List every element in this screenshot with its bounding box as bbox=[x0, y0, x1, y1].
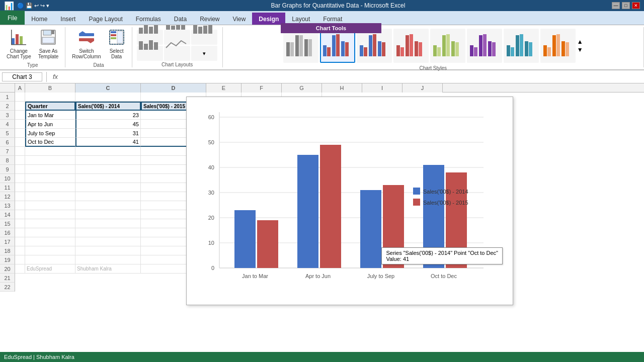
row-header-5[interactable]: 5 bbox=[0, 129, 15, 138]
tab-data[interactable]: Data bbox=[168, 13, 193, 25]
cell-c3[interactable]: 23 bbox=[75, 111, 141, 120]
svg-rect-17 bbox=[117, 31, 123, 43]
cell-a3[interactable] bbox=[15, 111, 25, 120]
svg-rect-16 bbox=[111, 37, 116, 39]
row-header-20[interactable]: 20 bbox=[0, 264, 15, 274]
chart-container[interactable]: 0 10 20 30 40 50 bbox=[186, 97, 513, 305]
row-header-3[interactable]: 3 bbox=[0, 111, 15, 120]
col-header-d[interactable]: D bbox=[141, 83, 206, 93]
row-header-16[interactable]: 16 bbox=[0, 228, 15, 237]
chart-style-5[interactable] bbox=[430, 29, 465, 63]
status-bar: EduSpread | Shubham Kalra bbox=[0, 352, 644, 362]
window-title: Bar Graphs for Quantitative Data - Micro… bbox=[64, 2, 612, 9]
row-header-10[interactable]: 10 bbox=[0, 174, 15, 183]
col-header-b[interactable]: B bbox=[25, 83, 75, 93]
col-header-a[interactable]: A bbox=[15, 83, 25, 93]
row-header-2[interactable]: 2 bbox=[0, 102, 15, 111]
tab-view[interactable]: View bbox=[226, 13, 253, 25]
chart-styles-scroll[interactable]: ▲ ▼ bbox=[577, 38, 583, 53]
cell-a5[interactable] bbox=[15, 129, 25, 138]
switch-row-column-label: SwitchRow/Column bbox=[72, 48, 101, 59]
tab-file[interactable]: File bbox=[0, 11, 25, 25]
cell-b1[interactable] bbox=[25, 93, 75, 102]
svg-rect-1 bbox=[16, 34, 19, 44]
tab-insert[interactable]: Insert bbox=[54, 13, 82, 25]
cell-c4[interactable]: 45 bbox=[75, 120, 141, 129]
row-header-9[interactable]: 9 bbox=[0, 165, 15, 174]
chart-layout-expand[interactable]: ▾ bbox=[191, 46, 217, 61]
tab-home[interactable]: Home bbox=[25, 13, 54, 25]
cell-a4[interactable] bbox=[15, 120, 25, 129]
minimize-btn[interactable]: — bbox=[612, 2, 620, 9]
bar-jul-2014[interactable] bbox=[360, 190, 381, 268]
chart-style-2[interactable] bbox=[320, 29, 355, 63]
legend-2014-swatch bbox=[413, 188, 420, 195]
tab-formulas[interactable]: Formulas bbox=[129, 13, 168, 25]
col-header-i[interactable]: I bbox=[362, 83, 403, 93]
bar-jan-2014[interactable] bbox=[234, 210, 256, 268]
row-header-22[interactable]: 22 bbox=[0, 283, 15, 292]
row-header-7[interactable]: 7 bbox=[0, 147, 15, 156]
col-header-g[interactable]: G bbox=[282, 83, 322, 93]
row-header-21[interactable]: 21 bbox=[0, 274, 15, 283]
svg-rect-42 bbox=[327, 47, 331, 56]
row-header-19[interactable]: 19 bbox=[0, 255, 15, 264]
close-btn[interactable]: ✕ bbox=[632, 2, 640, 9]
col-header-f[interactable]: F bbox=[242, 83, 282, 93]
chart-style-1[interactable] bbox=[283, 29, 318, 63]
spreadsheet: A B C D E F G H I J 1 2 3 4 5 6 7 8 9 10… bbox=[0, 83, 644, 350]
chart-style-6[interactable] bbox=[467, 29, 502, 63]
save-as-template-button[interactable]: Save AsTemplate bbox=[36, 27, 61, 61]
row-header-15[interactable]: 15 bbox=[0, 219, 15, 228]
svg-rect-60 bbox=[433, 45, 437, 56]
col-header-j[interactable]: J bbox=[403, 83, 443, 93]
row-header-4[interactable]: 4 bbox=[0, 120, 15, 129]
cell-b4[interactable]: Apr to Jun bbox=[25, 120, 75, 129]
svg-text:50: 50 bbox=[208, 139, 214, 145]
chart-style-8[interactable] bbox=[540, 29, 576, 63]
cell-c2[interactable]: Sales('00$) - 2014 bbox=[75, 102, 141, 111]
col-header-c[interactable]: C bbox=[75, 83, 141, 93]
chart-layout-4[interactable] bbox=[137, 46, 163, 61]
bar-jan-2015[interactable] bbox=[257, 220, 278, 268]
cell-b2[interactable]: Quarter bbox=[25, 102, 75, 111]
row-header-1[interactable]: 1 bbox=[0, 93, 15, 102]
row-header-14[interactable]: 14 bbox=[0, 210, 15, 219]
select-data-button[interactable]: SelectData bbox=[106, 27, 128, 61]
cell-b3[interactable]: Jan to Mar bbox=[25, 111, 75, 120]
bar-apr-2015[interactable] bbox=[320, 145, 341, 268]
formula-input[interactable] bbox=[62, 73, 642, 80]
chart-layout-3[interactable] bbox=[191, 30, 217, 45]
name-box[interactable]: Chart 3 bbox=[2, 72, 42, 81]
cell-a2[interactable] bbox=[15, 102, 25, 111]
chart-tooltip: Series "Sales('00$) - 2014" Point "Oct t… bbox=[381, 247, 503, 264]
bar-apr-2014[interactable] bbox=[297, 155, 318, 268]
fx-button[interactable]: fx bbox=[51, 73, 60, 80]
row-header-18[interactable]: 18 bbox=[0, 246, 15, 255]
row-header-8[interactable]: 8 bbox=[0, 156, 15, 165]
change-chart-type-button[interactable]: ChangeChart Type bbox=[4, 27, 34, 61]
chart-style-7[interactable] bbox=[504, 29, 539, 63]
row-header-12[interactable]: 12 bbox=[0, 192, 15, 201]
tab-page-layout[interactable]: Page Layout bbox=[82, 13, 129, 25]
cell-a1[interactable] bbox=[15, 93, 25, 102]
column-headers: A B C D E F G H I J bbox=[0, 83, 644, 93]
col-header-h[interactable]: H bbox=[322, 83, 362, 93]
chart-style-3[interactable]: 23 bbox=[357, 29, 392, 63]
cell-c1[interactable] bbox=[75, 93, 141, 102]
col-header-e[interactable]: E bbox=[206, 83, 242, 93]
cell-a6[interactable] bbox=[15, 138, 25, 147]
row-header-11[interactable]: 11 bbox=[0, 183, 15, 192]
row-header-17[interactable]: 17 bbox=[0, 237, 15, 246]
maximize-btn[interactable]: □ bbox=[622, 2, 630, 9]
chart-layout-5[interactable] bbox=[164, 46, 190, 61]
cell-b6[interactable]: Oct to Dec bbox=[25, 138, 75, 147]
cell-c5[interactable]: 31 bbox=[75, 129, 141, 138]
switch-row-column-button[interactable]: SwitchRow/Column bbox=[69, 27, 103, 61]
row-header-6[interactable]: 6 bbox=[0, 138, 15, 147]
tab-review[interactable]: Review bbox=[193, 13, 226, 25]
cell-b5[interactable]: July to Sep bbox=[25, 129, 75, 138]
cell-c6[interactable]: 41 bbox=[75, 138, 141, 147]
row-header-13[interactable]: 13 bbox=[0, 201, 15, 210]
chart-style-4[interactable] bbox=[393, 29, 429, 63]
